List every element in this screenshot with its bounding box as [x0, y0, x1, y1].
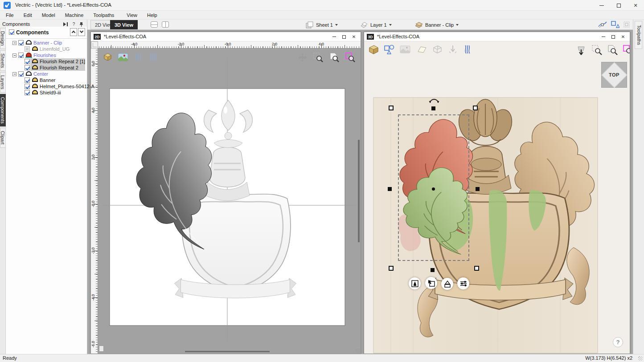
- layer-dropdown[interactable]: Layer 1: [360, 20, 392, 29]
- horizontal-scrollbar[interactable]: [185, 351, 270, 352]
- selection-handle-bottom-right[interactable]: [474, 266, 479, 271]
- toolpaths-3d-icon[interactable]: [463, 45, 473, 54]
- tree-item-level[interactable]: Flourishes: [6, 52, 87, 58]
- view-cube[interactable]: TOP: [601, 62, 627, 88]
- menu-file[interactable]: File: [1, 12, 19, 19]
- menu-view[interactable]: View: [122, 12, 142, 19]
- close-button[interactable]: ✕: [627, 0, 644, 11]
- tree-item-label[interactable]: Banner: [40, 77, 55, 83]
- tree-item-component[interactable]: Flourish Repeat 2: [6, 65, 87, 71]
- tree-item-label[interactable]: Banner - Clip: [33, 40, 62, 45]
- selection-handle-top-center[interactable]: [431, 106, 435, 110]
- tree-item-component[interactable]: Banner: [6, 77, 87, 83]
- close-button[interactable]: ✕: [349, 32, 359, 41]
- move-component-button[interactable]: [425, 277, 437, 289]
- checkbox[interactable]: [25, 84, 30, 89]
- tree-item-label[interactable]: Flourishes: [33, 53, 56, 58]
- tree-item-component[interactable]: Shield9-iii: [6, 89, 87, 96]
- modeling-plane-icon[interactable]: [415, 45, 427, 54]
- minimize-button[interactable]: [329, 32, 339, 41]
- tree-item-label[interactable]: Center: [33, 71, 48, 77]
- shape-select-icon[interactable]: [611, 20, 619, 28]
- menu-toolpaths[interactable]: Toolpaths: [88, 12, 119, 19]
- checkbox[interactable]: [25, 46, 30, 52]
- bitmap-icon[interactable]: [118, 53, 128, 61]
- tree-item-level[interactable]: Center: [6, 71, 87, 77]
- collapse-icon[interactable]: [12, 72, 16, 76]
- selection-handle-top-left[interactable]: [389, 106, 394, 110]
- maximize-button[interactable]: [339, 32, 349, 41]
- tab-toolpaths[interactable]: Toolpaths: [635, 21, 642, 49]
- set-shape-height-button[interactable]: [409, 277, 421, 289]
- level-dropdown[interactable]: Banner - Clip: [414, 20, 459, 29]
- material-block-icon[interactable]: [103, 52, 112, 62]
- zoom-fit-icon[interactable]: [607, 44, 618, 56]
- tree-item-component[interactable]: Flourish Repeat 2 [1]: [6, 58, 87, 65]
- fade-relief-button[interactable]: [441, 278, 453, 290]
- checkbox[interactable]: [25, 59, 30, 64]
- menu-machine[interactable]: Machine: [60, 12, 89, 19]
- draw-vectors-icon[interactable]: [384, 44, 395, 55]
- grid-snap-icon[interactable]: [622, 20, 631, 28]
- checkbox[interactable]: [25, 77, 30, 83]
- components-root-checkbox[interactable]: [9, 29, 14, 35]
- checkbox[interactable]: [25, 65, 30, 70]
- collapse-icon[interactable]: [12, 53, 16, 57]
- canvas-3d[interactable]: TOP: [364, 41, 630, 354]
- split-vertical-icon[interactable]: [161, 20, 170, 28]
- minimize-button[interactable]: [593, 0, 610, 11]
- selection-handle-bottom-center[interactable]: [431, 268, 435, 272]
- properties-sliders-button[interactable]: [457, 277, 469, 289]
- tab-3d-view[interactable]: 3D View: [110, 20, 138, 29]
- selection-handle-bottom-left[interactable]: [389, 266, 394, 271]
- tab-clipart[interactable]: Clipart: [0, 128, 6, 147]
- tree-item-component[interactable]: Linenfold_UG: [6, 46, 87, 52]
- zoom-selection-icon[interactable]: [591, 44, 603, 56]
- resize-grip[interactable]: [638, 356, 643, 361]
- help-button[interactable]: ?: [613, 337, 623, 347]
- minimize-button[interactable]: [599, 32, 608, 41]
- pan-icon[interactable]: [298, 53, 308, 62]
- checkbox[interactable]: [18, 53, 24, 58]
- toolpath-dense-icon[interactable]: [149, 53, 159, 61]
- tab-components[interactable]: Components: [0, 94, 6, 127]
- menu-model[interactable]: Model: [37, 12, 60, 19]
- node-edit-icon[interactable]: [598, 20, 607, 28]
- split-horizontal-icon[interactable]: [150, 20, 159, 28]
- checkbox[interactable]: [18, 71, 24, 77]
- toolpath-preview-icon[interactable]: [134, 53, 144, 61]
- wireframe-cube-icon[interactable]: [431, 44, 443, 55]
- menu-edit[interactable]: Edit: [19, 12, 37, 19]
- tree-item-level[interactable]: Banner - Clip: [6, 40, 87, 46]
- resize-grip[interactable]: [356, 349, 360, 353]
- sheet-dropdown[interactable]: Sheet 1: [306, 20, 338, 29]
- maximize-button[interactable]: [608, 32, 618, 41]
- zoom-box-icon[interactable]: [622, 44, 630, 56]
- vertical-scrollbar[interactable]: [358, 140, 360, 242]
- selection-handle-top-right[interactable]: [473, 106, 478, 110]
- tree-item-label[interactable]: Shield9-iii: [40, 90, 61, 95]
- tab-design[interactable]: Design: [0, 28, 6, 49]
- tree-item-component[interactable]: Helmet_Plumes-50412-A: [6, 83, 87, 89]
- zoom-fit-icon[interactable]: [329, 52, 340, 63]
- tree-item-label[interactable]: Flourish Repeat 2 [1]: [40, 59, 85, 64]
- close-button[interactable]: ✕: [618, 32, 628, 41]
- menu-help[interactable]: Help: [142, 12, 162, 19]
- zoom-box-icon[interactable]: [345, 52, 356, 63]
- tree-item-label[interactable]: Flourish Repeat 2: [40, 65, 78, 70]
- zoom-selection-icon[interactable]: [313, 52, 324, 63]
- tree-item-label[interactable]: Linenfold_UG: [40, 46, 70, 52]
- collapse-icon[interactable]: [12, 41, 16, 45]
- checkbox[interactable]: [18, 40, 24, 45]
- tree-item-label[interactable]: Helmet_Plumes-50412-A: [40, 84, 94, 89]
- canvas-2d[interactable]: [98, 49, 361, 354]
- checkbox[interactable]: [25, 90, 30, 95]
- maximize-button[interactable]: [610, 0, 627, 11]
- move-up-button[interactable]: [70, 28, 77, 36]
- rotate-handle-icon[interactable]: [428, 98, 440, 104]
- tab-layers[interactable]: Layers: [0, 72, 6, 93]
- move-down-button[interactable]: [78, 28, 85, 36]
- ruler-origin-button[interactable]: [91, 41, 98, 49]
- selection-center-point[interactable]: [432, 187, 435, 191]
- selection-handle-mid-left[interactable]: [388, 187, 392, 191]
